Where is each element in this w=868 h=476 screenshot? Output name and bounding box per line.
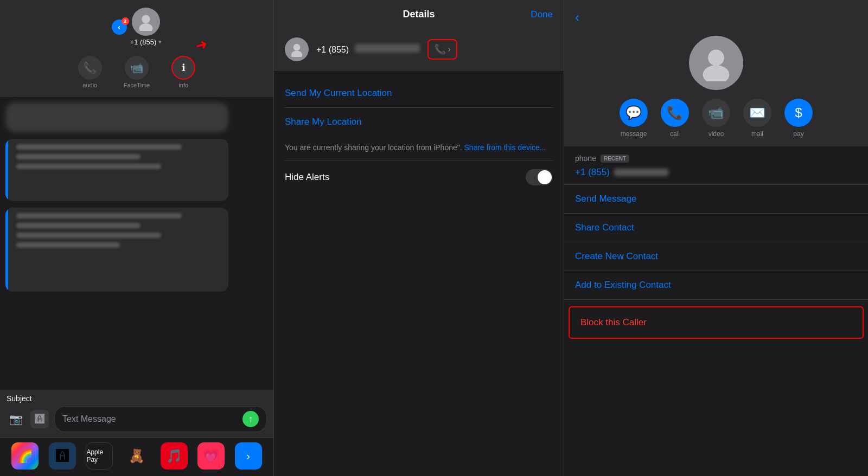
- blur-line: [16, 144, 182, 150]
- details-avatar-icon: [289, 42, 304, 57]
- message-bubble: [5, 102, 228, 132]
- header-top: ‹ 2 +1 (855) ▾: [112, 8, 162, 46]
- details-header: Details Done: [274, 0, 564, 29]
- dock-applepay-icon[interactable]: Apple Pay: [86, 442, 113, 469]
- pay-action-button[interactable]: $ pay: [784, 99, 813, 138]
- dock-photos-icon[interactable]: 🌈: [11, 442, 39, 469]
- svg-point-0: [142, 15, 150, 23]
- phone-number-blur: [614, 169, 668, 176]
- share-contact-option[interactable]: Share Contact: [564, 214, 868, 242]
- red-arrow-icon: ➜: [194, 35, 209, 55]
- message-bubbles: [0, 97, 273, 390]
- location-note: You are currently sharing your location …: [285, 136, 553, 160]
- toggle-knob: [538, 170, 552, 184]
- info-icon: ℹ: [171, 56, 195, 80]
- send-message-option[interactable]: Send Message: [564, 185, 868, 214]
- svg-point-3: [291, 51, 302, 57]
- message-bubble: [5, 139, 228, 201]
- svg-point-5: [703, 65, 730, 81]
- call-icon: 📞: [661, 99, 689, 127]
- dock-memoji-icon[interactable]: 🧸: [123, 442, 150, 469]
- info-button[interactable]: ➜ ℹ info: [171, 56, 195, 88]
- bubble-content: [11, 208, 228, 253]
- avatar[interactable]: [132, 8, 160, 36]
- details-avatar: [285, 37, 309, 61]
- blur-line: [16, 233, 161, 238]
- phone-icon: 📞: [434, 43, 446, 55]
- send-location-button[interactable]: Send My Current Location: [285, 79, 553, 108]
- done-button[interactable]: Done: [531, 9, 553, 20]
- mail-icon: ✉️: [743, 99, 771, 127]
- svg-point-2: [293, 44, 301, 51]
- message-input-area: Subject 📷 🅰 Text Message ↑: [0, 390, 273, 438]
- contact-avatar-icon: [698, 44, 735, 81]
- accent-line: [5, 208, 8, 292]
- details-contact-row: +1 (855) 📞 ›: [274, 29, 564, 70]
- chevron-down-icon: ▾: [158, 38, 162, 46]
- facetime-icon: 📹: [125, 56, 149, 80]
- message-bubble: [5, 208, 228, 292]
- details-title: Details: [403, 9, 435, 20]
- hide-alerts-row: Hide Alerts: [285, 160, 553, 194]
- message-actions: 📞 audio 📹 FaceTime ➜ ℹ info: [78, 56, 196, 93]
- dock-appstore-icon[interactable]: 🅰: [49, 442, 76, 469]
- hide-alerts-label: Hide Alerts: [285, 172, 329, 183]
- contact-avatar-area: +1 (855) ▾: [130, 8, 162, 46]
- blur-line: [16, 164, 161, 169]
- contact-action-buttons: 💬 message 📞 call 📹 video ✉️ mail $ pay: [564, 99, 868, 146]
- dock-bar: 🌈 🅰 Apple Pay 🧸 🎵 💗 ›: [0, 438, 273, 476]
- back-button[interactable]: ‹ 2: [112, 20, 127, 35]
- phone-number-value: +1 (855): [564, 165, 868, 185]
- input-row: 📷 🅰 Text Message ↑: [7, 406, 267, 432]
- dock-music-icon[interactable]: 🎵: [161, 442, 188, 469]
- add-existing-option[interactable]: Add to Existing Contact: [564, 271, 868, 300]
- pay-icon: $: [784, 99, 813, 127]
- svg-point-1: [139, 23, 153, 31]
- details-phone-number: +1 (855): [316, 44, 420, 55]
- contact-list-section: phone RECENT +1 (855) Send Message Share…: [564, 146, 868, 476]
- mail-action-button[interactable]: ✉️ mail: [743, 99, 771, 138]
- accent-line: [5, 139, 8, 201]
- details-panel: Details Done +1 (855) 📞 › Send My Curren…: [274, 0, 564, 476]
- blur-line: [16, 223, 141, 228]
- video-action-button[interactable]: 📹 video: [702, 99, 730, 138]
- contact-avatar-section: 💬 message 📞 call 📹 video ✉️ mail $ pay: [564, 25, 868, 146]
- block-caller-section: Block this Caller: [569, 306, 864, 339]
- message-action-button[interactable]: 💬 message: [620, 99, 648, 138]
- phone-section-label: phone: [575, 154, 596, 163]
- text-message-input[interactable]: Text Message ↑: [54, 406, 267, 432]
- phone-section-header: phone RECENT: [564, 146, 868, 165]
- send-button[interactable]: ↑: [242, 411, 259, 427]
- svg-point-4: [708, 50, 724, 66]
- blur-line: [16, 213, 182, 218]
- blur-line: [16, 154, 141, 159]
- phone-details-button[interactable]: 📞 ›: [427, 39, 457, 60]
- hide-alerts-toggle[interactable]: [526, 169, 553, 185]
- subject-label: Subject: [7, 394, 267, 403]
- share-from-link[interactable]: Share from this device...: [464, 143, 546, 152]
- contact-avatar-large: [689, 36, 743, 90]
- facetime-button[interactable]: 📹 FaceTime: [124, 56, 150, 88]
- appstore-button[interactable]: 🅰: [30, 410, 49, 428]
- back-button[interactable]: ‹: [575, 10, 579, 25]
- phone-number-display: +1 (855) ▾: [130, 38, 162, 46]
- messages-header: ‹ 2 +1 (855) ▾ 📞 audio: [0, 0, 273, 97]
- message-icon: 💬: [620, 99, 648, 127]
- chevron-right-icon: ›: [448, 44, 451, 54]
- contact-details-panel: ‹ 💬 message 📞 call 📹 video ✉️ m: [564, 0, 868, 476]
- dock-heart-icon[interactable]: 💗: [197, 442, 225, 469]
- phone-blur: [355, 44, 420, 53]
- details-section: Send My Current Location Share My Locati…: [274, 79, 564, 194]
- blur-line: [16, 242, 120, 248]
- audio-button[interactable]: 📞 audio: [78, 56, 102, 88]
- camera-button[interactable]: 📷: [7, 410, 25, 428]
- call-action-button[interactable]: 📞 call: [661, 99, 689, 138]
- avatar-icon: [137, 12, 155, 31]
- unread-badge: 2: [122, 17, 129, 25]
- share-location-button[interactable]: Share My Location: [285, 108, 553, 136]
- dock-more-icon[interactable]: ›: [235, 442, 262, 469]
- create-contact-option[interactable]: Create New Contact: [564, 242, 868, 271]
- block-caller-button[interactable]: Block this Caller: [570, 307, 863, 338]
- video-icon: 📹: [702, 99, 730, 127]
- recent-badge: RECENT: [601, 155, 629, 163]
